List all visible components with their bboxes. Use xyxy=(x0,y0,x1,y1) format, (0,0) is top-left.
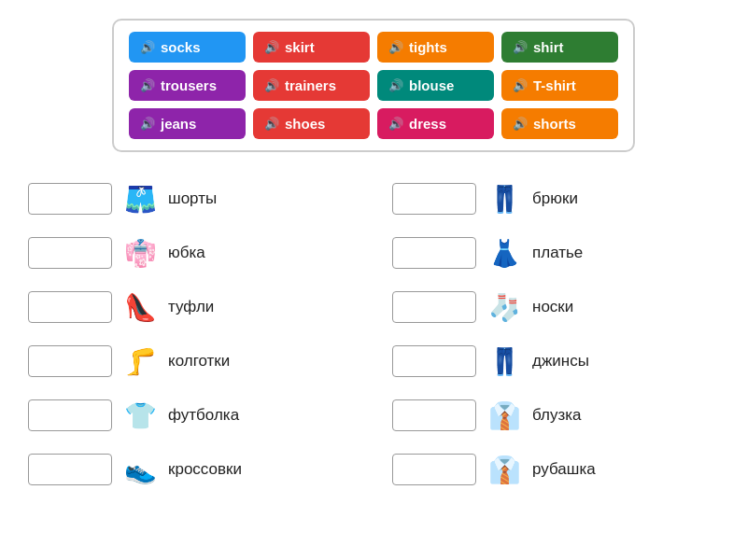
clothing-image: 👟 xyxy=(120,449,161,490)
match-col-left: 🩳шорты👘юбка👠туфли🦵колготки👕футболка👟крос… xyxy=(28,175,355,494)
match-row: 🩳шорты xyxy=(28,175,355,223)
russian-word-label: колготки xyxy=(168,352,230,371)
word-label: tights xyxy=(409,39,447,55)
speaker-icon: 🔊 xyxy=(264,78,279,92)
answer-input-box[interactable] xyxy=(392,454,476,485)
answer-input-box[interactable] xyxy=(28,183,112,215)
answer-input-box[interactable] xyxy=(392,183,476,215)
word-btn-tshirt[interactable]: 🔊T-shirt xyxy=(501,70,618,101)
word-label: trousers xyxy=(161,77,217,93)
word-btn-skirt[interactable]: 🔊skirt xyxy=(253,32,370,63)
match-row: 👔блузка xyxy=(392,391,719,440)
speaker-icon: 🔊 xyxy=(388,40,403,54)
clothing-image: 🧦 xyxy=(484,287,525,328)
clothing-image: 👘 xyxy=(120,232,161,273)
answer-input-box[interactable] xyxy=(28,291,112,323)
word-label: socks xyxy=(161,39,201,55)
russian-word-label: туфли xyxy=(168,298,214,316)
match-row: 👗платье xyxy=(392,229,719,277)
word-label: dress xyxy=(409,116,446,132)
word-btn-shoes[interactable]: 🔊shoes xyxy=(253,108,370,139)
russian-word-label: носки xyxy=(532,298,573,316)
match-row: 👖брюки xyxy=(392,175,719,223)
clothing-image: 👖 xyxy=(484,341,525,382)
clothing-image: 🦵 xyxy=(120,341,161,382)
answer-input-box[interactable] xyxy=(392,399,476,431)
word-label: skirt xyxy=(285,39,315,55)
russian-word-label: брюки xyxy=(532,189,578,208)
match-row: 👠туфли xyxy=(28,283,355,331)
match-row: 🦵колготки xyxy=(28,337,355,385)
russian-word-label: кроссовки xyxy=(168,460,242,479)
word-label: jeans xyxy=(161,116,196,132)
word-label: shorts xyxy=(533,116,576,132)
speaker-icon: 🔊 xyxy=(513,117,528,131)
word-label: trainers xyxy=(285,77,336,93)
word-label: T-shirt xyxy=(533,77,576,93)
word-btn-socks[interactable]: 🔊socks xyxy=(129,32,246,63)
answer-input-box[interactable] xyxy=(392,291,476,323)
russian-word-label: рубашка xyxy=(532,460,596,479)
match-row: 👟кроссовки xyxy=(28,445,355,494)
answer-input-box[interactable] xyxy=(28,345,112,377)
clothing-image: 👔 xyxy=(484,395,525,436)
word-btn-blouse[interactable]: 🔊blouse xyxy=(377,70,494,101)
clothing-image: 👗 xyxy=(484,232,525,273)
speaker-icon: 🔊 xyxy=(388,78,403,92)
russian-word-label: блузка xyxy=(532,406,581,425)
speaker-icon: 🔊 xyxy=(264,117,279,131)
speaker-icon: 🔊 xyxy=(513,78,528,92)
speaker-icon: 🔊 xyxy=(140,40,155,54)
match-row: 🧦носки xyxy=(392,283,719,331)
word-btn-shirt[interactable]: 🔊shirt xyxy=(501,32,618,63)
match-row: 👕футболка xyxy=(28,391,355,440)
match-section: 🩳шорты👘юбка👠туфли🦵колготки👕футболка👟крос… xyxy=(19,175,728,494)
word-label: shoes xyxy=(285,116,325,132)
clothing-image: 🩳 xyxy=(120,178,161,219)
clothing-image: 👠 xyxy=(120,287,161,328)
word-btn-trainers[interactable]: 🔊trainers xyxy=(253,70,370,101)
answer-input-box[interactable] xyxy=(28,399,112,431)
russian-word-label: футболка xyxy=(168,406,239,425)
russian-word-label: шорты xyxy=(168,189,217,208)
match-row: 👖джинсы xyxy=(392,337,719,385)
clothing-image: 👕 xyxy=(120,395,161,436)
match-row: 👔рубашка xyxy=(392,445,719,494)
speaker-icon: 🔊 xyxy=(513,40,528,54)
answer-input-box[interactable] xyxy=(392,345,476,377)
russian-word-label: юбка xyxy=(168,244,205,262)
match-row: 👘юбка xyxy=(28,229,355,277)
word-label: shirt xyxy=(533,39,564,55)
match-col-right: 👖брюки👗платье🧦носки👖джинсы👔блузка👔рубашк… xyxy=(392,175,719,494)
answer-input-box[interactable] xyxy=(28,454,112,485)
word-btn-shorts[interactable]: 🔊shorts xyxy=(501,108,618,139)
clothing-image: 👔 xyxy=(484,449,525,490)
speaker-icon: 🔊 xyxy=(388,117,403,131)
answer-input-box[interactable] xyxy=(392,237,476,269)
word-btn-tights[interactable]: 🔊tights xyxy=(377,32,494,63)
russian-word-label: джинсы xyxy=(532,352,589,371)
speaker-icon: 🔊 xyxy=(140,78,155,92)
word-btn-dress[interactable]: 🔊dress xyxy=(377,108,494,139)
answer-input-box[interactable] xyxy=(28,237,112,269)
word-label: blouse xyxy=(409,77,454,93)
word-btn-jeans[interactable]: 🔊jeans xyxy=(129,108,246,139)
speaker-icon: 🔊 xyxy=(140,117,155,131)
word-bank: 🔊socks🔊skirt🔊tights🔊shirt🔊trousers🔊train… xyxy=(112,19,635,152)
word-btn-trousers[interactable]: 🔊trousers xyxy=(129,70,246,101)
clothing-image: 👖 xyxy=(484,178,525,219)
russian-word-label: платье xyxy=(532,244,583,262)
speaker-icon: 🔊 xyxy=(264,40,279,54)
